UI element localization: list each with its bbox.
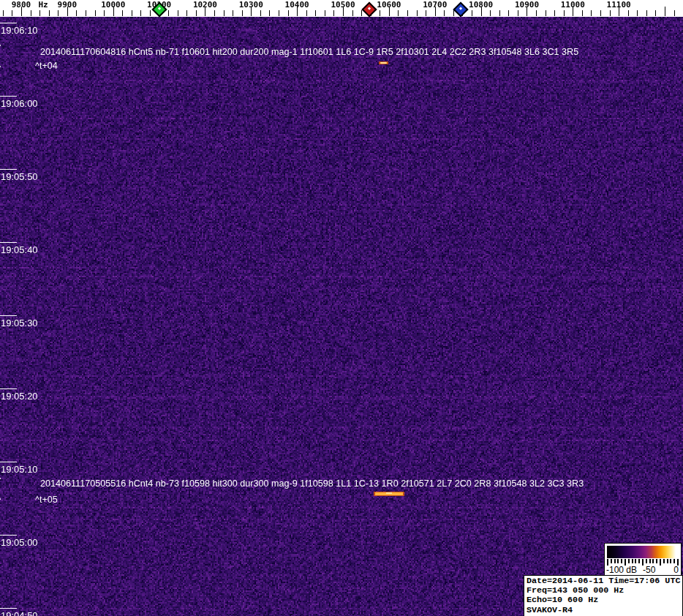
frequency-tick: [352, 10, 353, 16]
frequency-tick: [233, 10, 233, 16]
time-tick: [0, 535, 17, 536]
color-scale-tick: [656, 559, 657, 563]
frequency-tick: [104, 10, 105, 16]
frequency-tick: [224, 10, 224, 16]
frequency-tick: [554, 10, 555, 16]
station-info-box: Date=2014-06-11 Time=17:06 UTC Freq=143 …: [524, 575, 683, 616]
edge-caret-mark: ^: [0, 62, 1, 71]
color-scale-tick: [649, 559, 651, 563]
frequency-tick: [333, 10, 334, 16]
frequency-tick: [122, 10, 123, 16]
frequency-tick: [132, 10, 132, 16]
frequency-tick: [3, 10, 4, 16]
marker-center-dot: [158, 7, 161, 10]
marker-center-dot: [459, 7, 462, 10]
color-scale-tick: [628, 559, 630, 563]
frequency-tick: [196, 10, 197, 16]
frequency-tick-label: 9800: [12, 0, 31, 10]
color-scale-tick: [611, 559, 612, 563]
frequency-tick: [490, 10, 491, 16]
color-gradient-bar: [607, 546, 679, 558]
time-label: 19:04:50: [1, 610, 38, 616]
frequency-tick: [361, 10, 362, 16]
marker-diamond-blue[interactable]: [453, 1, 468, 17]
color-scale-tick: [646, 559, 647, 563]
frequency-tick: [444, 10, 445, 16]
frequency-tick: [279, 10, 279, 16]
frequency-tick: [306, 10, 307, 16]
time-label: 19:05:30: [1, 318, 38, 328]
frequency-tick: [95, 10, 96, 16]
color-scale-tick: [638, 559, 640, 563]
info-echo: Echo=10 600 Hz: [527, 596, 682, 605]
color-scale-tick: [667, 559, 668, 563]
time-label: 19:05:50: [1, 171, 38, 182]
frequency-tick-label: 10200: [193, 0, 217, 10]
color-scale-tick: [635, 559, 636, 563]
frequency-tick: [260, 10, 261, 16]
frequency-tick: [315, 10, 316, 16]
time-tick: [0, 96, 17, 97]
color-scale-tick: [617, 559, 619, 563]
frequency-tick-label: 11000: [561, 0, 585, 10]
frequency-tick: [591, 10, 592, 16]
frequency-tick: [665, 7, 665, 16]
frequency-tick: [655, 10, 656, 16]
frequency-tick: [150, 10, 151, 16]
frequency-tick: [398, 10, 399, 16]
frequency-tick: [168, 10, 169, 16]
color-scale-tick: [660, 559, 661, 566]
frequency-tick: [242, 10, 243, 16]
time-tick: [0, 462, 17, 462]
detection-time-tag: ^t+05: [35, 495, 58, 505]
time-label: 19:05:40: [1, 244, 38, 255]
frequency-unit-label: Hz: [38, 0, 48, 10]
frequency-tick-label: 10700: [423, 0, 447, 10]
frequency-tick: [12, 10, 12, 16]
time-tick: [0, 315, 17, 316]
color-scale-tick: [621, 559, 622, 563]
spectrogram-window: 9800990010000101001020010300104001050010…: [0, 0, 683, 616]
frequency-tick-label: 10600: [377, 0, 401, 10]
frequency-tick-label: 10400: [285, 0, 309, 10]
frequency-tick-label: 10900: [515, 0, 539, 10]
frequency-tick: [646, 10, 647, 16]
frequency-tick: [628, 10, 629, 16]
frequency-ruler: 9800990010000101001020010300104001050010…: [0, 0, 683, 17]
scale-label-mid: -50: [643, 565, 655, 575]
spectrogram-waterfall: [0, 17, 683, 616]
frequency-tick: [86, 10, 86, 16]
frequency-tick: [325, 10, 325, 16]
frequency-tick: [186, 10, 187, 16]
frequency-tick: [508, 10, 509, 16]
edge-caret-mark: ^: [0, 474, 1, 483]
time-tick: [0, 169, 17, 170]
marker-diamond-red[interactable]: [361, 1, 377, 17]
detection-text-line: 20140611170505516 hCnt4 nb-73 f10598 hit…: [40, 478, 584, 489]
time-label: 19:05:00: [1, 537, 38, 548]
frequency-tick: [178, 10, 178, 16]
color-scale-tick: [673, 559, 675, 563]
frequency-tick-label: 10800: [469, 0, 493, 10]
frequency-tick: [49, 10, 50, 16]
color-scale-tick: [632, 559, 633, 563]
time-label: 19:06:10: [1, 25, 38, 36]
frequency-tick-label: 10500: [331, 0, 355, 10]
frequency-tick: [76, 10, 77, 16]
frequency-tick: [39, 10, 40, 16]
frequency-tick: [380, 10, 380, 16]
time-tick: [0, 388, 17, 389]
color-scale-tick: [614, 559, 616, 563]
frequency-tick: [417, 10, 418, 16]
edge-caret-mark: ^: [0, 41, 1, 50]
time-tick: [0, 23, 17, 23]
frequency-tick: [536, 10, 537, 16]
time-label: 19:05:10: [1, 464, 38, 475]
edge-caret-mark: ^: [0, 495, 1, 503]
frequency-tick-label: 10300: [239, 0, 263, 10]
color-scale-tick: [652, 559, 654, 563]
frequency-tick: [140, 10, 141, 16]
frequency-tick: [610, 10, 611, 16]
frequency-tick: [637, 10, 638, 16]
db-color-scale: -100 dB -50 0: [604, 543, 682, 576]
